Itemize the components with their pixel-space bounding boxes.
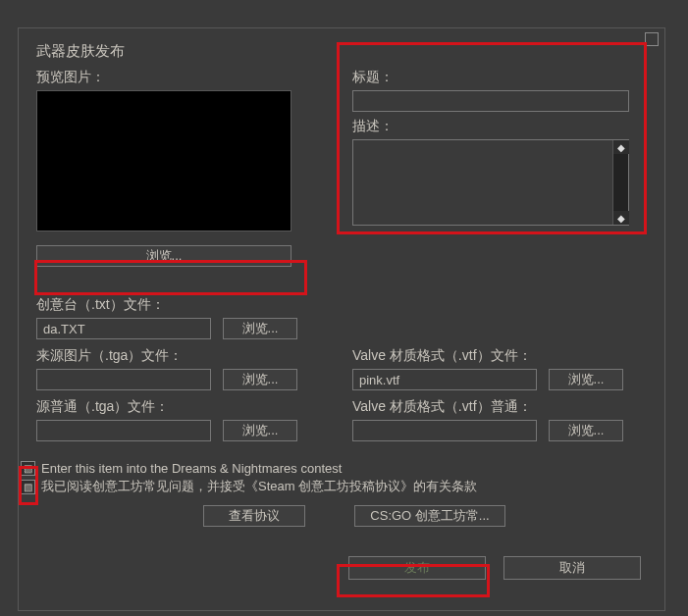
normal-tga-label: 源普通（.tga）文件： (36, 398, 331, 416)
txt-file-input[interactable] (36, 318, 211, 339)
normal-tga-browse-button[interactable]: 浏览... (223, 420, 297, 441)
vtf-file-label: Valve 材质格式（.vtf）文件： (352, 347, 647, 365)
txt-file-label: 创意台（.txt）文件： (36, 296, 647, 314)
cancel-button[interactable]: 取消 (503, 556, 641, 580)
preview-label: 预览图片： (36, 69, 301, 86)
contest-label: Enter this item into the Dreams & Nightm… (41, 461, 342, 476)
vtf-normal-browse-button[interactable]: 浏览... (549, 420, 623, 441)
scroll-down-icon[interactable]: ◆ (613, 211, 629, 225)
source-tga-label: 来源图片（.tga）文件： (36, 347, 331, 365)
agreement-label: 我已阅读创意工坊常见问题，并接受《Steam 创意工坊投稿协议》的有关条款 (41, 478, 477, 495)
contest-checkbox[interactable]: ▧ (21, 461, 35, 476)
dialog-title: 武器皮肤发布 (36, 42, 647, 61)
vtf-normal-input[interactable] (352, 420, 537, 441)
description-textarea[interactable]: ◆ ◆ (352, 139, 629, 226)
faq-button[interactable]: CS:GO 创意工坊常... (354, 505, 505, 527)
title-label: 标题： (352, 69, 647, 86)
description-scrollbar[interactable]: ◆ ◆ (612, 140, 628, 225)
source-tga-input[interactable] (36, 369, 211, 390)
txt-file-browse-button[interactable]: 浏览... (223, 318, 297, 339)
description-label: 描述： (352, 118, 647, 135)
publish-button[interactable]: 发布 (348, 556, 486, 580)
source-tga-browse-button[interactable]: 浏览... (223, 369, 297, 390)
vtf-file-input[interactable] (352, 369, 537, 390)
normal-tga-input[interactable] (36, 420, 211, 441)
preview-browse-button[interactable]: 浏览... (36, 245, 291, 267)
agreement-checkbox[interactable]: ▧ (21, 480, 35, 494)
vtf-file-browse-button[interactable]: 浏览... (549, 369, 623, 390)
publish-dialog: 武器皮肤发布 预览图片： 浏览... 标题： 描述： ◆ ◆ (18, 27, 665, 611)
title-input[interactable] (352, 90, 629, 112)
view-agreement-button[interactable]: 查看协议 (203, 505, 305, 527)
close-icon[interactable] (645, 32, 659, 46)
scroll-up-icon[interactable]: ◆ (613, 140, 629, 154)
preview-image (36, 90, 291, 231)
vtf-normal-label: Valve 材质格式（.vtf）普通： (352, 398, 647, 416)
